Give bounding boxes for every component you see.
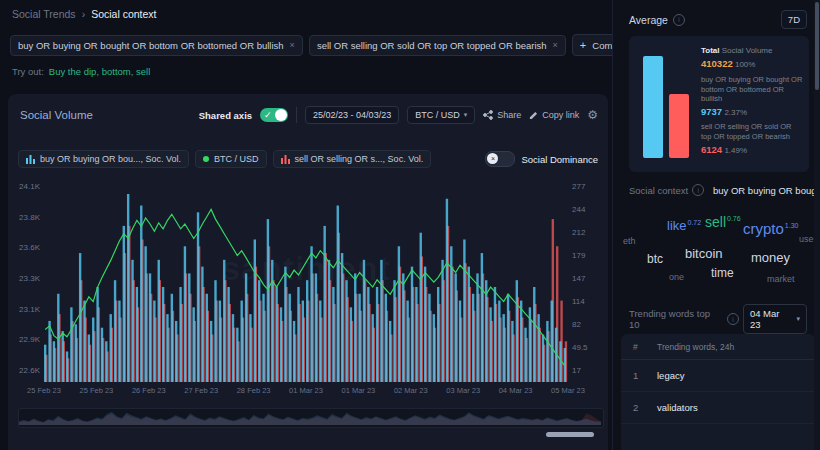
row-word[interactable]: legacy	[657, 370, 684, 381]
close-icon: ×	[491, 155, 495, 162]
chart-panel: Social Volume Shared axis ✓ 25/02/23 - 0…	[8, 94, 608, 450]
trending-label: Trending words top 10	[629, 308, 723, 330]
x-axis-tick-label: 25 Feb 23	[80, 386, 114, 395]
gear-icon[interactable]: ⚙	[587, 109, 598, 121]
watermark: santiment	[221, 249, 391, 288]
social-dominance-label: Social Dominance	[521, 154, 598, 165]
social-context-label: Social context	[629, 185, 688, 196]
cloud-word[interactable]: btc	[647, 252, 663, 266]
axis-tick-label: 17	[572, 366, 581, 375]
left-axis: 24.1K23.8K23.6K23.3K23.1K22.9K22.6K	[10, 186, 42, 382]
legend-btc-usd[interactable]: BTC / USD	[195, 150, 267, 168]
cloud-word-score: 0.76	[727, 215, 741, 222]
try-out-suggestions[interactable]: Buy the dip, bottom, sell	[49, 66, 150, 77]
legend-sell-label: sell OR selling OR s..., Soc. Vol.	[295, 154, 424, 164]
legend-sell-series[interactable]: sell OR selling OR s..., Soc. Vol.	[273, 150, 432, 168]
axis-tick-label: 22.6K	[19, 366, 40, 375]
info-icon[interactable]: i	[727, 313, 739, 325]
chart-plot-area[interactable]: santiment	[44, 186, 568, 382]
close-icon[interactable]: ×	[290, 40, 295, 50]
axis-tick-label: 179	[572, 251, 585, 260]
axis-tick-label: 212	[572, 228, 585, 237]
filter-chip-sell[interactable]: sell OR selling OR sold OR top OR topped…	[309, 35, 566, 56]
trending-date-selector[interactable]: 04 Mar 23 ▾	[743, 304, 807, 334]
average-label: Average	[629, 14, 668, 26]
close-icon[interactable]: ×	[553, 40, 558, 50]
horizontal-scrollbar-thumb[interactable]	[546, 432, 594, 437]
plus-icon: +	[580, 39, 586, 51]
row-word[interactable]: validators	[657, 402, 698, 413]
chart-navigator[interactable]	[18, 408, 604, 428]
axis-tick-label: 22.9K	[19, 335, 40, 344]
x-axis-tick-label: 02 Mar 23	[394, 386, 428, 395]
x-axis-tick-label: 27 Feb 23	[184, 386, 218, 395]
filter-chip-buy[interactable]: buy OR buying OR bought OR bottom OR bot…	[10, 35, 303, 56]
chart-controls: Shared axis ✓ 25/02/23 - 04/03/23 BTC / …	[199, 106, 598, 124]
try-out-row: Try out: Buy the dip, bottom, sell	[12, 66, 150, 77]
cloud-word[interactable]: use	[799, 234, 814, 244]
legend-buy-series[interactable]: buy OR buying OR bou..., Soc. Vol.	[18, 150, 189, 168]
social-context-header: Social context i buy OR buying OR bough	[629, 184, 815, 196]
share-icon	[483, 110, 493, 120]
row-rank: 1	[633, 370, 657, 381]
cloud-word-score: 1.30	[785, 222, 799, 229]
x-axis-tick-label: 01 Mar 23	[289, 386, 323, 395]
divider	[296, 107, 297, 123]
table-row[interactable]: 1legacy	[621, 360, 815, 392]
axis-tick-label: 23.3K	[19, 274, 40, 283]
social-dominance-toggle[interactable]: ×	[485, 151, 515, 167]
chart-panel-header: Social Volume Shared axis ✓ 25/02/23 - 0…	[20, 104, 598, 126]
cloud-word-score: 0.72	[688, 219, 702, 226]
trending-header: Trending words top 10 i 04 Mar 23 ▾	[629, 304, 807, 334]
x-axis-tick-label: 03 Mar 23	[446, 386, 480, 395]
info-icon[interactable]: i	[692, 184, 704, 196]
shared-axis-toggle[interactable]: ✓	[260, 108, 288, 122]
total-pct: 100%	[735, 60, 755, 69]
axis-tick-label: 244	[572, 205, 585, 214]
axis-tick-label: 147	[572, 274, 585, 283]
average-summary-card: Total Social Volume 410322 100% buy OR b…	[629, 36, 809, 172]
words-column-header: Trending words, 24h	[657, 342, 734, 352]
x-axis-tick-label: 28 Feb 23	[237, 386, 271, 395]
trending-table-body: 1legacy2validators	[621, 360, 815, 424]
cloud-word[interactable]: eth	[623, 236, 636, 246]
social-context-selector[interactable]: buy OR buying OR bough	[713, 185, 815, 196]
horizontal-scrollbar[interactable]	[18, 432, 602, 438]
axis-tick-label: 23.6K	[19, 243, 40, 252]
cloud-word[interactable]: crypto1.30	[743, 220, 798, 237]
total-label-rest: Social Volume	[722, 46, 773, 55]
pair-selector[interactable]: BTC / USD ▾	[407, 106, 475, 124]
sell-volume-bar[interactable]	[669, 94, 689, 158]
period-7d-button[interactable]: 7D	[781, 10, 807, 29]
cloud-word[interactable]: time	[711, 266, 734, 280]
cloud-word[interactable]: money	[751, 250, 790, 265]
pencil-icon	[529, 111, 538, 120]
cloud-word[interactable]: sell0.76	[705, 214, 741, 230]
copy-link-label: Copy link	[542, 110, 579, 120]
share-button[interactable]: Share	[483, 110, 521, 120]
axis-tick-label: 277	[572, 182, 585, 191]
breadcrumb-parent[interactable]: Social Trends	[12, 8, 76, 20]
right-axis: 2772442121791471148249.517	[570, 186, 602, 382]
vertical-scrollbar[interactable]	[814, 0, 820, 450]
share-label: Share	[497, 110, 521, 120]
breadcrumb-current: Social context	[91, 8, 156, 20]
check-icon: ✓	[264, 108, 272, 122]
chevron-down-icon: ▾	[464, 111, 468, 119]
filter-row: buy OR buying OR bought OR bottom OR bot…	[10, 34, 639, 56]
copy-link-button[interactable]: Copy link	[529, 110, 579, 120]
sell-pct: 1.49%	[724, 146, 747, 155]
date-range-picker[interactable]: 25/02/23 - 04/03/23	[305, 106, 399, 124]
cloud-word[interactable]: one	[669, 272, 684, 282]
buy-volume-bar[interactable]	[643, 56, 663, 158]
cloud-word[interactable]: like0.72	[667, 218, 701, 233]
breadcrumb: Social Trends › Social context	[12, 8, 157, 20]
vertical-scrollbar-thumb[interactable]	[815, 2, 819, 90]
x-axis-tick-label: 04 Mar 23	[499, 386, 533, 395]
table-row[interactable]: 2validators	[621, 392, 815, 424]
buy-query-text: buy OR buying OR bought OR bottom OR bot…	[701, 75, 803, 104]
cloud-word[interactable]: bitcoin	[685, 246, 723, 261]
info-icon[interactable]: i	[673, 14, 685, 26]
cloud-word[interactable]: market	[767, 274, 795, 284]
filter-chip-buy-label: buy OR buying OR bought OR bottom OR bot…	[18, 40, 284, 51]
